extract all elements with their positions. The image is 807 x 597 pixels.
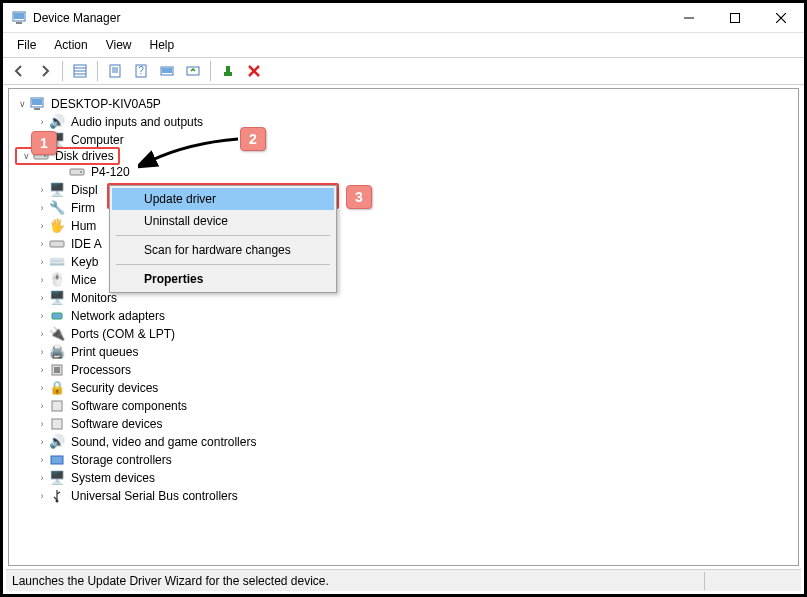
tree-node-label: Hum (69, 217, 98, 235)
ctx-item-label: Update driver (144, 192, 216, 206)
tree-node-ports[interactable]: › 🔌 Ports (COM & LPT) (15, 325, 798, 343)
update-button[interactable] (181, 59, 205, 83)
audio-icon: 🔊 (49, 114, 65, 130)
device-tree[interactable]: ∨ DESKTOP-KIV0A5P › 🔊 Audio inputs and o… (9, 89, 798, 511)
device-tree-panel: ∨ DESKTOP-KIV0A5P › 🔊 Audio inputs and o… (8, 88, 799, 566)
tree-node-printqueues[interactable]: › 🖨️ Print queues (15, 343, 798, 361)
close-button[interactable] (758, 3, 804, 33)
tree-node-security[interactable]: › 🔒 Security devices (15, 379, 798, 397)
tree-node-label: Software devices (69, 415, 164, 433)
enable-device-button[interactable] (216, 59, 240, 83)
tree-node-label: Mice (69, 271, 98, 289)
expand-icon[interactable]: › (35, 433, 49, 451)
expand-icon[interactable]: › (35, 235, 49, 253)
app-icon (11, 10, 27, 26)
svg-point-38 (56, 500, 59, 503)
svg-text:?: ? (138, 65, 144, 76)
scan-button[interactable] (155, 59, 179, 83)
back-button[interactable] (7, 59, 31, 83)
security-icon: 🔒 (49, 380, 65, 396)
ide-icon (49, 236, 65, 252)
forward-button[interactable] (33, 59, 57, 83)
tree-node-sound[interactable]: › 🔊 Sound, video and game controllers (15, 433, 798, 451)
minimize-button[interactable] (666, 3, 712, 33)
expand-icon[interactable]: › (35, 343, 49, 361)
ctx-uninstall[interactable]: Uninstall device (112, 210, 334, 232)
help-button[interactable]: ? (129, 59, 153, 83)
tree-node-label: Software components (69, 397, 189, 415)
expand-icon[interactable]: › (35, 415, 49, 433)
expand-icon[interactable]: › (35, 271, 49, 289)
menu-file[interactable]: File (9, 36, 44, 54)
expand-icon[interactable]: › (35, 361, 49, 379)
tree-root-label: DESKTOP-KIV0A5P (49, 95, 163, 113)
expand-icon[interactable]: ∨ (15, 95, 29, 113)
keyboard-icon: ⌨️ (49, 254, 65, 270)
expand-icon[interactable]: › (35, 217, 49, 235)
tree-node-label: System devices (69, 469, 157, 487)
tree-node-label: Audio inputs and outputs (69, 113, 205, 131)
firmware-icon: 🔧 (49, 200, 65, 216)
menu-view[interactable]: View (98, 36, 140, 54)
svg-rect-2 (16, 22, 22, 24)
expand-icon[interactable]: › (35, 199, 49, 217)
ctx-item-label: Properties (144, 272, 203, 286)
expand-icon[interactable]: › (35, 451, 49, 469)
tree-node-label: Processors (69, 361, 133, 379)
software-device-icon (49, 416, 65, 432)
tree-node-audio[interactable]: › 🔊 Audio inputs and outputs (15, 113, 798, 131)
menu-help[interactable]: Help (142, 36, 183, 54)
annotation-badge-3: 3 (346, 185, 372, 209)
printer-icon: 🖨️ (49, 344, 65, 360)
expand-icon[interactable]: › (35, 289, 49, 307)
expand-icon[interactable]: › (35, 307, 49, 325)
expand-icon[interactable]: › (35, 181, 49, 199)
ctx-item-label: Uninstall device (144, 214, 228, 228)
toolbar-separator (97, 61, 98, 81)
svg-rect-26 (34, 108, 40, 110)
expand-icon[interactable]: › (35, 113, 49, 131)
sound-icon: 🔊 (49, 434, 65, 450)
uninstall-button[interactable] (242, 59, 266, 83)
toolbar-separator (210, 61, 211, 81)
usb-icon (49, 488, 65, 504)
toolbar: ? (3, 57, 804, 85)
properties-button[interactable] (103, 59, 127, 83)
tree-node-system[interactable]: › 🖥️ System devices (15, 469, 798, 487)
ctx-item-label: Scan for hardware changes (144, 243, 291, 257)
expand-icon[interactable]: › (35, 487, 49, 505)
menu-action[interactable]: Action (46, 36, 95, 54)
tree-node-p4120[interactable]: P4-120 (15, 163, 798, 181)
ctx-properties[interactable]: Properties (112, 268, 334, 290)
tree-node-label: Network adapters (69, 307, 167, 325)
tree-node-swcomp[interactable]: › Software components (15, 397, 798, 415)
expand-icon[interactable]: › (35, 379, 49, 397)
expand-icon[interactable]: › (35, 325, 49, 343)
tree-root[interactable]: ∨ DESKTOP-KIV0A5P (15, 95, 798, 113)
tree-node-computer[interactable]: › 🖥️ Computer (15, 131, 798, 149)
expand-icon[interactable]: › (35, 397, 49, 415)
tree-node-label: Keyb (69, 253, 100, 271)
show-tree-button[interactable] (68, 59, 92, 83)
tree-node-processors[interactable]: › Processors (15, 361, 798, 379)
tree-node-label: Sound, video and game controllers (69, 433, 258, 451)
svg-rect-37 (51, 456, 63, 464)
maximize-button[interactable] (712, 3, 758, 33)
svg-rect-35 (52, 401, 62, 411)
ports-icon: 🔌 (49, 326, 65, 342)
annotation-badge-2: 2 (240, 127, 266, 151)
expand-icon[interactable]: › (35, 469, 49, 487)
tree-node-usb[interactable]: › Universal Serial Bus controllers (15, 487, 798, 505)
tree-node-label: Displ (69, 181, 100, 199)
ctx-update-driver[interactable]: Update driver (112, 188, 334, 210)
tree-node-swdev[interactable]: › Software devices (15, 415, 798, 433)
svg-rect-32 (52, 313, 62, 319)
tree-node-storage[interactable]: › Storage controllers (15, 451, 798, 469)
ctx-scan[interactable]: Scan for hardware changes (112, 239, 334, 261)
svg-rect-25 (32, 99, 42, 105)
tree-node-network[interactable]: › Network adapters (15, 307, 798, 325)
cpu-icon (49, 362, 65, 378)
expand-icon[interactable]: › (35, 253, 49, 271)
titlebar: Device Manager (3, 3, 804, 33)
tree-node-label: IDE A (69, 235, 104, 253)
